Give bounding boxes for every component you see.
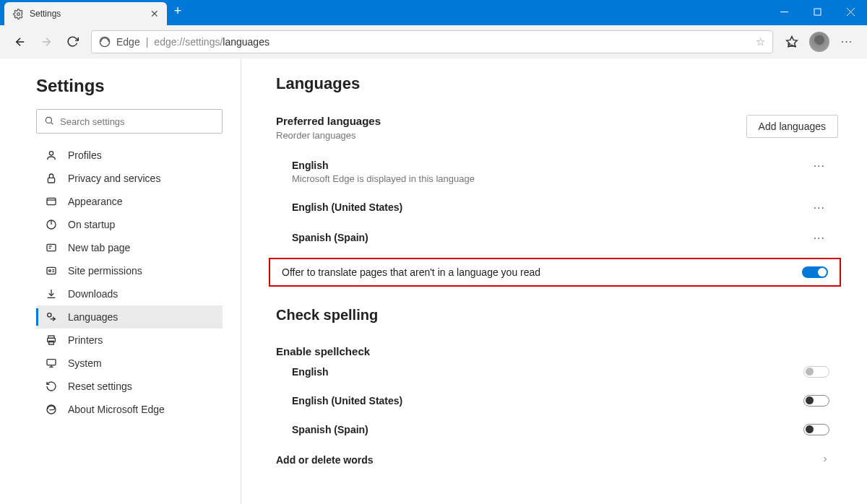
reset-icon <box>45 380 58 393</box>
maximize-button[interactable] <box>801 0 834 23</box>
content-area: Settings Search settings Profiles Privac… <box>0 58 867 504</box>
sidebar-item-label: Site permissions <box>68 265 142 277</box>
spellcheck-toggle[interactable] <box>803 424 829 435</box>
sidebar-item-sitepermissions[interactable]: Site permissions <box>36 259 223 282</box>
settings-sidebar: Settings Search settings Profiles Privac… <box>0 58 241 504</box>
svg-rect-12 <box>48 178 54 183</box>
gear-icon <box>13 9 24 19</box>
address-bar[interactable]: Edge | edge://settings/languages ☆ <box>91 30 773 53</box>
address-scheme: edge:// <box>154 36 185 48</box>
sidebar-item-printers[interactable]: Printers <box>36 329 223 352</box>
sidebar-item-label: On startup <box>68 219 115 230</box>
add-languages-button[interactable]: Add languages <box>746 115 838 138</box>
sidebar-item-label: Appearance <box>68 196 123 207</box>
address-product: Edge <box>116 36 140 48</box>
preferred-languages-title: Preferred languages <box>276 115 746 127</box>
window-controls <box>767 0 867 23</box>
sidebar-item-languages[interactable]: Languages <box>36 305 223 329</box>
svg-point-0 <box>17 12 20 15</box>
sidebar-item-appearance[interactable]: Appearance <box>36 190 223 213</box>
spellcheck-language-name: Spanish (Spain) <box>292 424 803 435</box>
permissions-icon <box>45 264 58 277</box>
favorite-star-icon[interactable]: ☆ <box>756 35 765 48</box>
sidebar-item-startup[interactable]: On startup <box>36 213 223 236</box>
spellcheck-row: English <box>276 357 838 386</box>
language-desc: Microsoft Edge is displayed in this lang… <box>292 173 809 184</box>
add-delete-words-label: Add or delete words <box>276 454 374 466</box>
spellcheck-language-name: English <box>292 366 803 378</box>
chevron-right-icon <box>821 454 829 466</box>
page-heading: Languages <box>276 74 838 93</box>
add-delete-words-row[interactable]: Add or delete words <box>276 444 838 474</box>
forward-button[interactable] <box>33 29 59 55</box>
download-icon <box>45 287 58 300</box>
language-row: Spanish (Spain) ··· <box>276 223 838 253</box>
browser-tab[interactable]: Settings ✕ <box>4 2 167 25</box>
language-list: English Microsoft Edge is displayed in t… <box>276 151 838 253</box>
window-titlebar: Settings ✕ + <box>0 0 867 25</box>
spellcheck-toggle[interactable] <box>803 366 829 378</box>
edge-logo-icon <box>99 36 111 48</box>
favorites-icon[interactable] <box>779 29 805 55</box>
sidebar-item-label: Printers <box>68 334 103 346</box>
back-button[interactable] <box>7 29 33 55</box>
language-more-icon[interactable]: ··· <box>809 232 829 245</box>
settings-title: Settings <box>36 76 223 96</box>
svg-point-21 <box>49 270 51 272</box>
sidebar-item-downloads[interactable]: Downloads <box>36 282 223 305</box>
newtab-icon <box>45 241 58 254</box>
sidebar-item-about[interactable]: About Microsoft Edge <box>36 398 223 421</box>
sidebar-item-label: About Microsoft Edge <box>68 404 165 415</box>
sidebar-item-newtab[interactable]: New tab page <box>36 236 223 259</box>
printer-icon <box>45 334 58 347</box>
minimize-button[interactable] <box>767 0 801 23</box>
search-settings-input[interactable]: Search settings <box>36 109 223 134</box>
language-name: Spanish (Spain) <box>292 232 809 243</box>
translate-setting-label: Offer to translate pages that aren't in … <box>282 266 802 278</box>
check-spelling-heading: Check spelling <box>276 307 838 323</box>
lock-icon <box>45 172 58 185</box>
new-tab-button[interactable]: + <box>167 4 189 19</box>
edge-icon <box>45 403 58 416</box>
sidebar-item-label: Reset settings <box>68 381 132 392</box>
more-menu-icon[interactable]: ··· <box>834 29 860 55</box>
spellcheck-language-name: English (United States) <box>292 395 803 407</box>
svg-rect-29 <box>47 360 56 365</box>
translate-toggle[interactable] <box>802 266 828 278</box>
sidebar-item-reset[interactable]: Reset settings <box>36 375 223 398</box>
language-row: English (United States) ··· <box>276 193 838 223</box>
svg-marker-6 <box>787 36 798 46</box>
browser-toolbar: Edge | edge://settings/languages ☆ ··· <box>0 25 867 58</box>
svg-line-10 <box>51 122 53 124</box>
languages-icon <box>45 310 58 323</box>
sidebar-item-label: Downloads <box>68 288 118 300</box>
sidebar-item-profiles[interactable]: Profiles <box>36 144 223 167</box>
language-more-icon[interactable]: ··· <box>809 160 829 173</box>
sidebar-item-label: Profiles <box>68 149 102 161</box>
sidebar-item-label: New tab page <box>68 242 130 253</box>
system-icon <box>45 357 58 370</box>
spellcheck-toggle[interactable] <box>803 395 829 407</box>
address-separator: | <box>146 36 149 48</box>
sidebar-item-label: Privacy and services <box>68 173 160 184</box>
settings-main: Languages Preferred languages Reorder la… <box>241 58 867 504</box>
refresh-button[interactable] <box>59 29 85 55</box>
close-window-button[interactable] <box>834 0 867 23</box>
reorder-languages-hint: Reorder languages <box>276 130 746 141</box>
close-tab-icon[interactable]: ✕ <box>149 8 160 19</box>
language-more-icon[interactable]: ··· <box>809 201 829 214</box>
search-placeholder: Search settings <box>60 116 125 127</box>
svg-point-11 <box>49 152 53 155</box>
appearance-icon <box>45 195 58 208</box>
address-rest: settings/ <box>185 36 223 48</box>
sidebar-item-label: Languages <box>68 311 118 323</box>
person-icon <box>45 149 58 162</box>
spellcheck-row: English (United States) <box>276 386 838 415</box>
enable-spellcheck-label: Enable spellcheck <box>276 345 838 357</box>
svg-point-25 <box>48 313 51 317</box>
sidebar-item-label: System <box>68 357 102 369</box>
sidebar-item-privacy[interactable]: Privacy and services <box>36 167 223 190</box>
profile-avatar[interactable] <box>809 32 829 52</box>
sidebar-item-system[interactable]: System <box>36 352 223 375</box>
language-name: English (United States) <box>292 201 809 213</box>
